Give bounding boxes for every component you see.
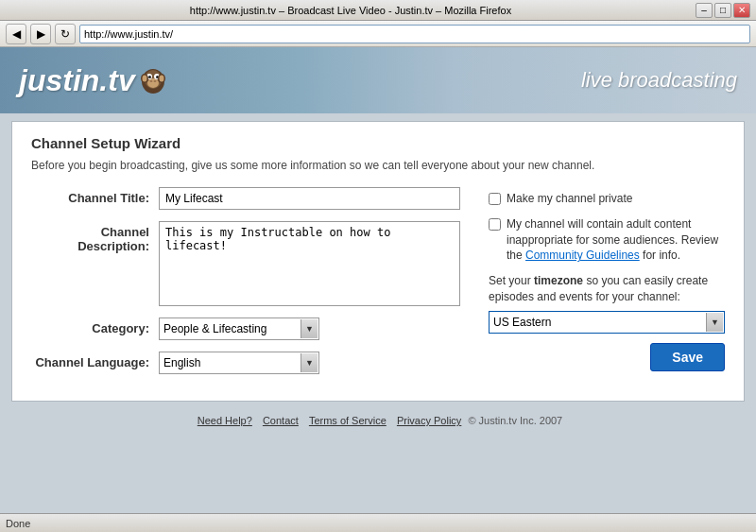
- site-tagline: live broadcasting: [581, 68, 737, 93]
- channel-title-label: Channel Title:: [31, 187, 159, 205]
- browser-titlebar: http://www.justin.tv – Broadcast Live Vi…: [0, 0, 756, 21]
- timezone-description: Set your timezone so you can easily crea…: [489, 273, 725, 305]
- form-layout: Channel Title: Channel Description: This…: [31, 187, 725, 386]
- monkey-logo-icon: [137, 62, 170, 98]
- language-label: Channel Language:: [31, 352, 159, 369]
- category-select-wrapper: People & Lifecasting Gaming Music Sports…: [159, 317, 319, 340]
- category-label: Category:: [31, 317, 159, 335]
- adult-content-checkbox[interactable]: [489, 218, 501, 231]
- window-controls: – □ ✕: [696, 3, 750, 18]
- svg-point-12: [153, 80, 156, 82]
- svg-point-2: [147, 78, 159, 88]
- save-button[interactable]: Save: [650, 343, 725, 371]
- forward-button[interactable]: ▶: [30, 24, 51, 44]
- timezone-section: Set your timezone so you can easily crea…: [489, 273, 725, 334]
- wizard-description: Before you begin broadcasting, give us s…: [31, 159, 725, 172]
- category-select[interactable]: People & Lifecasting Gaming Music Sports…: [159, 317, 319, 340]
- reload-button[interactable]: ↻: [55, 24, 76, 44]
- wizard-title: Channel Setup Wizard: [31, 135, 725, 151]
- status-bar: Done: [0, 513, 756, 532]
- form-left-column: Channel Title: Channel Description: This…: [31, 187, 460, 386]
- back-button[interactable]: ◀: [6, 24, 26, 44]
- timezone-select-wrapper: US Eastern US Central US Mountain US Pac…: [489, 311, 725, 334]
- channel-title-row: Channel Title:: [31, 187, 460, 210]
- adult-content-label: My channel will contain adult content in…: [507, 216, 725, 264]
- svg-point-9: [142, 76, 146, 82]
- address-bar[interactable]: [79, 25, 750, 43]
- language-select[interactable]: English Spanish French German Japanese C…: [159, 352, 319, 374]
- copyright: © Justin.tv Inc. 2007: [468, 415, 562, 426]
- browser-toolbar: ◀ ▶ ↻: [0, 21, 756, 47]
- svg-point-10: [159, 76, 163, 82]
- status-text: Done: [6, 518, 30, 529]
- privacy-link[interactable]: Privacy Policy: [397, 415, 461, 426]
- private-channel-label: Make my channel private: [507, 191, 632, 207]
- private-channel-row: Make my channel private: [489, 191, 725, 207]
- svg-point-11: [149, 80, 152, 82]
- timezone-select[interactable]: US Eastern US Central US Mountain US Pac…: [489, 311, 725, 334]
- channel-desc-textarea[interactable]: This is my Instructable on how to lifeca…: [159, 221, 460, 306]
- channel-desc-label: Channel Description:: [31, 221, 159, 253]
- maximize-button[interactable]: □: [714, 3, 731, 18]
- tos-link[interactable]: Terms of Service: [309, 415, 387, 426]
- timezone-keyword: timezone: [534, 274, 583, 287]
- need-help-link[interactable]: Need Help?: [198, 415, 252, 426]
- category-row: Category: People & Lifecasting Gaming Mu…: [31, 317, 460, 340]
- community-guidelines-link[interactable]: Community Guidelines: [525, 249, 640, 262]
- browser-title: http://www.justin.tv – Broadcast Live Vi…: [6, 5, 696, 16]
- form-right-column: Make my channel private My channel will …: [489, 187, 725, 386]
- logo-area: justin.tv: [19, 62, 170, 98]
- footer: Need Help? Contact Terms of Service Priv…: [0, 409, 756, 432]
- minimize-button[interactable]: –: [696, 3, 713, 18]
- svg-point-5: [148, 76, 151, 78]
- adult-content-row: My channel will contain adult content in…: [489, 216, 725, 264]
- main-form-area: Channel Setup Wizard Before you begin br…: [11, 121, 745, 402]
- contact-link[interactable]: Contact: [263, 415, 299, 426]
- channel-title-input[interactable]: [159, 187, 460, 210]
- site-logo: justin.tv: [19, 63, 135, 98]
- channel-desc-row: Channel Description: This is my Instruct…: [31, 221, 460, 306]
- language-row: Channel Language: English Spanish French…: [31, 352, 460, 374]
- close-button[interactable]: ✕: [733, 3, 750, 18]
- save-row: Save: [489, 343, 725, 371]
- page-content: justin.tv live broadcasting Channel Set: [0, 47, 756, 513]
- language-select-wrapper: English Spanish French German Japanese C…: [159, 352, 319, 374]
- private-channel-checkbox[interactable]: [489, 193, 501, 205]
- site-header: justin.tv live broadcasting: [0, 47, 756, 113]
